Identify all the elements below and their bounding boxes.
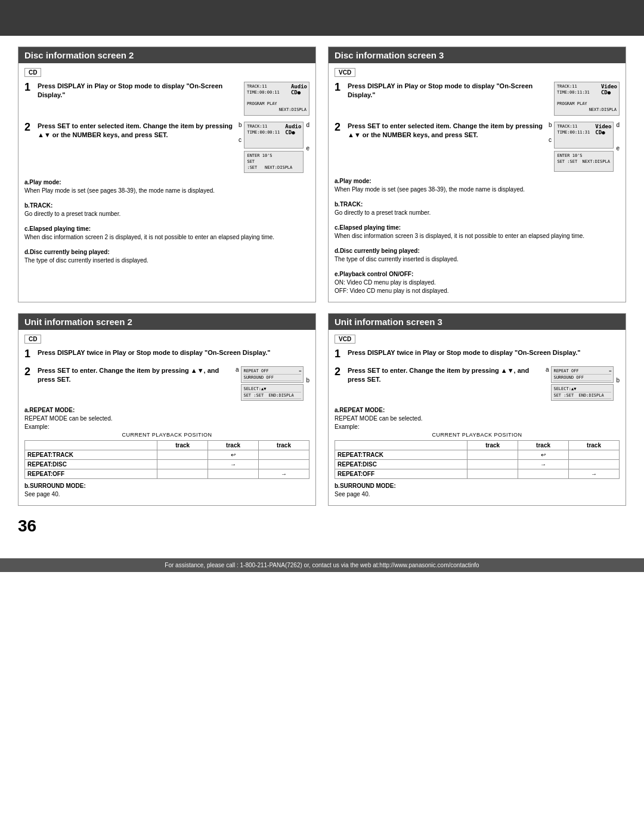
disc3-note-e-title: e.Playback control ON/OFF:	[335, 271, 413, 277]
note-c-title: c.Elapsed playing time:	[24, 225, 91, 232]
unit2-annotation-a: a	[236, 366, 239, 373]
disc-info-screen-2: Disc information screen 2 CD 1 Press DIS…	[18, 47, 316, 302]
disc-info-2-step1: 1 Press DISPLAY in Play or Stop mode to …	[24, 82, 309, 116]
disc-info-row: Disc information screen 2 CD 1 Press DIS…	[18, 47, 626, 313]
step2-content: Press SET to enter selected item. Change…	[38, 122, 309, 173]
disc-info-2-inner: CD 1 Press DISPLAY in Play or Stop mode …	[18, 68, 315, 264]
repeat-disc-arrow1	[157, 459, 208, 469]
unit2-step1-text: Press DISPLAY twice in Play or Stop mode…	[38, 348, 309, 357]
unit3-current-pos: CURRENT PLAYBACK POSITION	[335, 432, 620, 438]
table-row-repeat-off: REPEAT:OFF →	[25, 469, 309, 478]
annotation-e: e	[306, 145, 309, 152]
unit2-note-example: Example:	[24, 423, 309, 430]
unit3-table-row-repeat-track: REPEAT:TRACK ↩	[335, 450, 620, 459]
unit3-note-a-text: REPEAT MODE can be selected.	[335, 415, 620, 422]
disc3-note-e-off: OFF: Video CD menu play is not displayed…	[335, 288, 620, 294]
unit-info-3-inner: VCD 1 Press DISPLAY twice in Play or Sto…	[329, 335, 626, 497]
page-number: 36	[18, 517, 39, 536]
unit3-repeat-track-label: REPEAT:TRACK	[335, 450, 467, 459]
step2-text-3: Press SET to enter selected item. Change…	[348, 122, 544, 140]
note-b-title: b.TRACK:	[24, 202, 52, 209]
repeat-disc-arrow2: →	[208, 459, 259, 469]
repeat-track-label: REPEAT:TRACK	[25, 450, 157, 459]
unit3-table-row-repeat-disc: REPEAT:DISC →	[335, 459, 620, 469]
unit3-annotation-a: a	[546, 366, 549, 373]
step1-content-3: Press DISPLAY in Play or Stop mode to di…	[348, 82, 620, 116]
unit2-current-pos: CURRENT PLAYBACK POSITION	[24, 432, 309, 438]
unit3-repeat-disc-arrow1	[467, 459, 518, 469]
disc-info-2-badge: CD	[24, 68, 41, 77]
unit3-repeat-disc-arrow2: →	[518, 459, 569, 469]
repeat-off-arrow2	[208, 469, 259, 478]
unit2-note-b-title: b.SURROUND MODE:	[24, 483, 86, 489]
step2-with-screen-3: Press SET to enter selected item. Change…	[348, 122, 620, 172]
unit-info-2-title: Unit information screen 2	[18, 314, 315, 330]
table-row-repeat-track: REPEAT:TRACK ↩	[25, 450, 309, 459]
page-number-area: 36	[18, 517, 626, 536]
unit3-repeat-off-arrow1	[467, 469, 518, 478]
unit3-step2-number: 2	[335, 366, 344, 378]
annotation-d2: d	[616, 122, 620, 128]
disc2-screen1-icon: AudioCD●	[291, 84, 307, 95]
disc3-note-a-text: When Play mode is set (see pages 38-39),…	[335, 186, 620, 193]
unit2-step2-text: Press SET to enter. Change the item by p…	[38, 366, 231, 385]
unit2-screen-bottom: SELECT:▲▼ SET :SET END:DISPLA	[241, 384, 304, 401]
disc3-note-c-text: When disc information screen 3 is displa…	[335, 233, 620, 239]
unit2-step1-content: Press DISPLAY twice in Play or Stop mode…	[38, 348, 309, 357]
repeat-track-arrow2: ↩	[208, 450, 259, 459]
unit3-step1-text: Press DISPLAY twice in Play or Stop mode…	[348, 348, 620, 357]
disc3-note-d-text: The type of disc currently inserted is d…	[335, 256, 620, 262]
unit-info-3-notes: a.REPEAT MODE: REPEAT MODE can be select…	[335, 407, 620, 497]
step2-with-screen: Press SET to enter selected item. Change…	[38, 122, 309, 173]
annotation-e2: e	[616, 145, 620, 152]
disc2-screen2-top: TRACK:11 TIME:00:00:11 AudioCD●	[244, 122, 304, 149]
disc-info-3-notes: a.Play mode: When Play mode is set (see …	[335, 178, 620, 294]
unit-info-2-badge: CD	[24, 335, 41, 344]
unit2-step2-content: Press SET to enter. Change the item by p…	[38, 366, 309, 401]
step2-number: 2	[24, 122, 34, 134]
disc-info-2-title: Disc information screen 2	[18, 47, 315, 63]
unit3-repeat-disc-arrow3	[569, 459, 620, 469]
table-header-track2: track	[208, 440, 259, 450]
step2-content-3: Press SET to enter selected item. Change…	[348, 122, 620, 172]
disc2-screen2-bottom: ENTER 10'S SET :SET NEXT:DISPLA	[244, 151, 304, 173]
note-b-text: Go directly to a preset track number.	[24, 211, 309, 217]
unit3-screen: REPEAT OFF ↔ SURROUND OFF	[551, 366, 614, 383]
unit-info-3-title: Unit information screen 3	[329, 314, 626, 330]
unit3-step2-content: Press SET to enter. Change the item by p…	[348, 366, 620, 401]
disc-info-3-step2: 2 Press SET to enter selected item. Chan…	[335, 122, 620, 172]
unit2-note-a-title: a.REPEAT MODE:	[24, 407, 75, 413]
unit3-repeat-table: track track track REPEAT:TRACK ↩	[335, 440, 620, 479]
repeat-off-arrow3: →	[259, 469, 309, 478]
table-header-empty	[25, 440, 157, 450]
disc3-note-c-title: c.Elapsed playing time:	[335, 224, 401, 231]
step1-row: Press DISPLAY in Play or Stop mode to di…	[38, 82, 309, 116]
annotation-b2: b	[549, 122, 552, 128]
disc3-note-e-on: ON: Video CD menu play is displayed.	[335, 279, 620, 286]
unit-info-3-step1: 1 Press DISPLAY twice in Play or Stop mo…	[335, 348, 620, 360]
unit-info-screen-2: Unit information screen 2 CD 1 Press DIS…	[18, 313, 316, 506]
unit2-step1-number: 1	[24, 348, 34, 360]
unit2-step2-with-screen: Press SET to enter. Change the item by p…	[38, 366, 309, 401]
unit3-step1-content: Press DISPLAY twice in Play or Stop mode…	[348, 348, 620, 357]
content-area: Disc information screen 2 CD 1 Press DIS…	[0, 36, 644, 552]
unit2-annotation-b: b	[306, 377, 309, 384]
unit2-step2-number: 2	[24, 366, 34, 378]
disc-info-3-inner: VCD 1 Press DISPLAY in Play or Stop mode…	[329, 68, 626, 294]
unit2-note-a-text: REPEAT MODE can be selected.	[24, 415, 309, 422]
unit3-annotation-b: b	[616, 377, 620, 384]
table-header-track1: track	[157, 440, 208, 450]
unit3-repeat-track-arrow3	[569, 450, 620, 459]
unit3-repeat-track-arrow2: ↩	[518, 450, 569, 459]
unit-info-2-inner: CD 1 Press DISPLAY twice in Play or Stop…	[18, 335, 315, 497]
disc2-annotations-right: d e	[306, 122, 309, 152]
disc-info-3-badge: VCD	[335, 68, 355, 77]
step1-text: Press DISPLAY in Play or Stop mode to di…	[38, 82, 239, 100]
repeat-disc-arrow3	[259, 459, 309, 469]
unit-info-row: Unit information screen 2 CD 1 Press DIS…	[18, 313, 626, 517]
disc3-screen1: TRACK:11 TIME:00:11:31 PROGRAM PLAY NEXT…	[554, 82, 620, 116]
disc-info-3-title: Disc information screen 3	[329, 47, 626, 63]
disc3-screen2-bottom: ENTER 10'S SET :SET NEXT:DISPLA	[554, 151, 614, 172]
unit-info-3-badge: VCD	[335, 335, 355, 344]
note-a-title: a.Play mode:	[24, 179, 61, 186]
